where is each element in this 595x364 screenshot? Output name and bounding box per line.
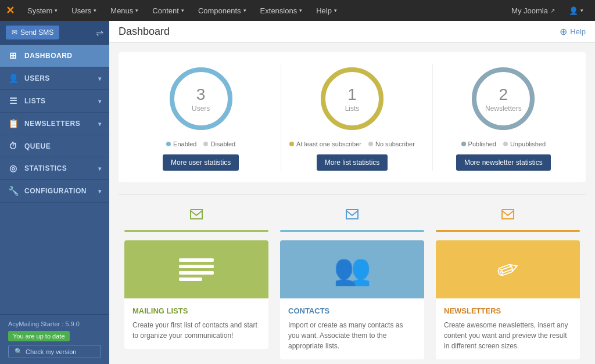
- users-circle: 3 Users: [166, 64, 236, 134]
- more-newsletter-statistics-button[interactable]: More newsletter statistics: [456, 154, 551, 171]
- chevron-down-icon: ▾: [98, 98, 102, 104]
- sms-icon: ✉: [12, 28, 17, 37]
- newsletters-icon: 📋: [8, 118, 19, 129]
- mailing-lists-progress-bar: [124, 230, 268, 232]
- contacts-title: CONTACTS: [288, 307, 416, 315]
- main-header: Dashboard ⊕ Help: [109, 21, 595, 43]
- joomla-logo: ✕: [6, 4, 15, 17]
- newsletters-count: 2: [485, 85, 522, 104]
- mailing-lists-text: Create your first list of contacts and s…: [132, 320, 260, 341]
- chevron-down-icon: ▾: [580, 8, 583, 13]
- main-content: Dashboard ⊕ Help 3: [109, 21, 595, 364]
- version-label: AcyMailing Starter : 5.9.0: [8, 320, 101, 327]
- sidebar: ✉ Send SMS ⇌ ⊞ DASHBOARD 👤 USERS ▾: [0, 21, 109, 364]
- topnav-right: My Joomla ↗ 👤 ▾: [506, 0, 589, 21]
- topnav-components[interactable]: Components ▾: [192, 0, 252, 21]
- check-version-button[interactable]: 🔍 Check my version: [8, 345, 101, 358]
- feature-contacts: 👥 CONTACTS Import or create as many cont…: [274, 206, 430, 359]
- sidebar-item-users[interactable]: 👤 USERS ▾: [0, 67, 109, 90]
- newsletters-tab-icon: [500, 206, 516, 226]
- newsletters-circle: 2 Newsletters: [468, 64, 538, 134]
- feature-mailing-lists: MAILING LISTS Create your first list of …: [119, 206, 274, 349]
- newsletters-feature-card: ✏ NEWSLETTERS Create awesome newsletters…: [436, 240, 580, 359]
- topnav-content[interactable]: Content ▾: [146, 0, 190, 21]
- sidebar-item-dashboard[interactable]: ⊞ DASHBOARD: [0, 45, 109, 67]
- chevron-down-icon: ▾: [98, 75, 102, 82]
- top-navigation: ✕ System ▾ Users ▾ Menus ▾ Content ▾ Com…: [0, 0, 595, 21]
- newsletters-legend: Published Unpublished: [461, 140, 546, 147]
- page-title: Dashboard: [119, 26, 170, 38]
- lists-count: 1: [345, 85, 360, 104]
- topnav-menus[interactable]: Menus ▾: [105, 0, 144, 21]
- newsletters-feature-text: Create awesome newsletters, insert any c…: [444, 320, 572, 351]
- external-link-icon: ↗: [550, 8, 555, 14]
- configuration-icon: 🔧: [8, 186, 19, 196]
- sidebar-footer: AcyMailing Starter : 5.9.0 You are up to…: [0, 314, 109, 364]
- topnav-account[interactable]: 👤 ▾: [563, 0, 589, 21]
- people-icon: 👥: [334, 252, 371, 287]
- contacts-text: Import or create as many contacts as you…: [288, 320, 416, 351]
- feature-newsletters: ✏ NEWSLETTERS Create awesome newsletters…: [430, 206, 586, 359]
- mailing-lists-tab-icon: [188, 206, 205, 226]
- queue-icon: ⏱: [8, 141, 19, 151]
- features-row: MAILING LISTS Create your first list of …: [119, 206, 586, 359]
- sidebar-top: ✉ Send SMS ⇌: [0, 21, 109, 45]
- chevron-down-icon: ▾: [98, 188, 102, 194]
- chevron-down-icon: ▾: [135, 8, 138, 13]
- lists-circle: 1 Lists: [317, 64, 387, 134]
- sidebar-item-newsletters[interactable]: 📋 NEWSLETTERS ▾: [0, 113, 109, 135]
- statistics-icon: ◎: [8, 163, 19, 174]
- lists-legend: At least one subscriber No subscriber: [289, 140, 415, 147]
- help-button[interactable]: ⊕ Help: [560, 26, 586, 37]
- newsletters-image: ✏: [436, 240, 580, 298]
- more-user-statistics-button[interactable]: More user statistics: [163, 154, 239, 171]
- topnav-help[interactable]: Help ▾: [310, 0, 343, 21]
- sidebar-menu: ⊞ DASHBOARD 👤 USERS ▾ ☰ LISTS ▾: [0, 45, 109, 314]
- sidebar-item-statistics[interactable]: ◎ STATISTICS ▾: [0, 157, 109, 180]
- search-icon: 🔍: [15, 348, 23, 355]
- stats-row: 3 Users Enabled Disabled More user stati…: [119, 52, 586, 182]
- users-icon: 👤: [8, 73, 19, 84]
- chevron-down-icon: ▾: [181, 8, 184, 13]
- topnav-system[interactable]: System ▾: [21, 0, 63, 21]
- dashboard-icon: ⊞: [8, 51, 19, 61]
- topnav-my-joomla[interactable]: My Joomla ↗: [506, 0, 561, 21]
- chevron-down-icon: ▾: [334, 8, 337, 13]
- lists-label: Lists: [345, 104, 360, 113]
- topnav-left: ✕ System ▾ Users ▾ Menus ▾ Content ▾ Com…: [6, 0, 343, 21]
- pencil-icon: ✏: [492, 251, 524, 288]
- topnav-extensions[interactable]: Extensions ▾: [255, 0, 309, 21]
- users-count: 3: [192, 85, 210, 104]
- topnav-users[interactable]: Users ▾: [66, 0, 102, 21]
- contacts-tab-icon: [344, 206, 360, 226]
- stat-card-users: 3 Users Enabled Disabled More user stati…: [130, 64, 271, 171]
- section-divider: [119, 194, 586, 194]
- chevron-down-icon: ▾: [98, 121, 102, 127]
- mailing-lists-title: MAILING LISTS: [132, 307, 260, 315]
- users-legend: Enabled Disabled: [166, 140, 235, 147]
- lists-icon: ☰: [8, 96, 19, 106]
- chevron-down-icon: ▾: [55, 8, 58, 13]
- newsletters-label: Newsletters: [485, 104, 522, 113]
- mailing-lists-card: MAILING LISTS Create your first list of …: [124, 240, 268, 349]
- sidebar-item-queue[interactable]: ⏱ QUEUE: [0, 135, 109, 157]
- up-to-date-badge: You are up to date: [8, 331, 70, 341]
- chevron-down-icon: ▾: [98, 165, 102, 172]
- main-body: 3 Users Enabled Disabled More user stati…: [109, 43, 595, 364]
- newsletters-feature-title: NEWSLETTERS: [444, 307, 572, 315]
- sidebar-item-configuration[interactable]: 🔧 CONFIGURATION ▾: [0, 180, 109, 203]
- sidebar-toggle-icon[interactable]: ⇌: [96, 27, 103, 38]
- sidebar-item-lists[interactable]: ☰ LISTS ▾: [0, 90, 109, 113]
- list-lines-icon: [173, 253, 220, 287]
- more-list-statistics-button[interactable]: More list statistics: [317, 154, 388, 171]
- users-label: Users: [192, 104, 210, 113]
- chevron-down-icon: ▾: [299, 8, 302, 13]
- contacts-card: 👥 CONTACTS Import or create as many cont…: [280, 240, 424, 359]
- main-layout: ✉ Send SMS ⇌ ⊞ DASHBOARD 👤 USERS ▾: [0, 21, 595, 364]
- contacts-progress-bar: [280, 230, 424, 232]
- stat-card-lists: 1 Lists At least one subscriber No subsc…: [281, 64, 422, 171]
- send-sms-button[interactable]: ✉ Send SMS: [6, 26, 59, 39]
- chevron-down-icon: ▾: [243, 8, 246, 13]
- help-circle-icon: ⊕: [560, 26, 567, 37]
- contacts-image: 👥: [280, 240, 424, 298]
